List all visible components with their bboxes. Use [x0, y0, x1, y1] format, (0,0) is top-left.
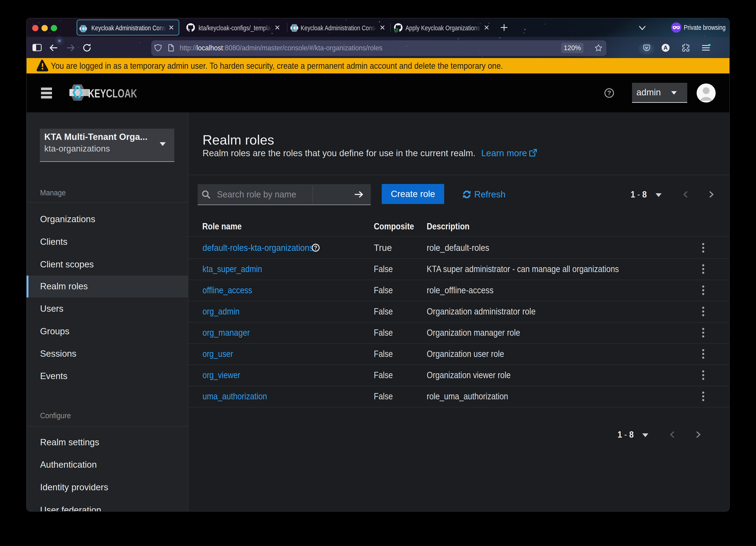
- svg-text:?: ?: [607, 89, 611, 96]
- svg-text:?: ?: [314, 245, 317, 251]
- svg-text:A: A: [663, 45, 667, 51]
